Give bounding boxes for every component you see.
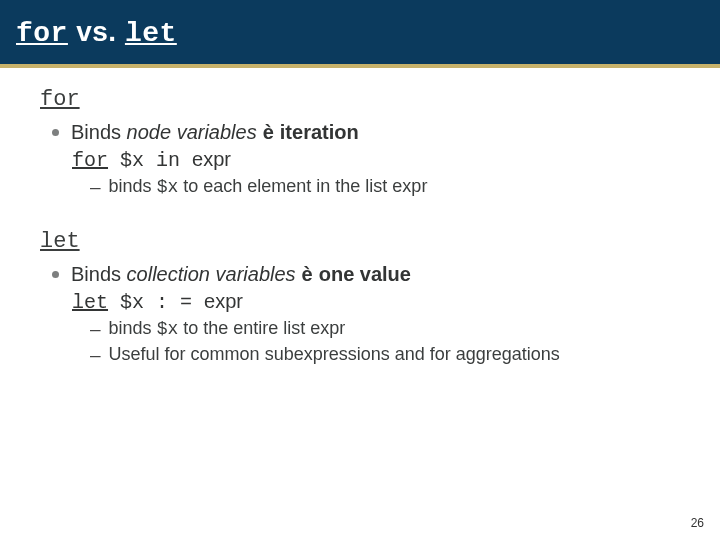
code-plain: expr (192, 148, 231, 170)
sub-mono: $x (157, 319, 179, 339)
slide: { "title": { "kw1": "for", "mid": " vs. … (0, 0, 720, 540)
dash-icon: – (90, 175, 101, 199)
code-mono: $x in (108, 149, 192, 172)
title-keyword-let: let (125, 18, 177, 49)
sub-pre: Useful for common subexpressions and for… (109, 344, 560, 364)
code-line: let $x : = expr (72, 289, 694, 315)
arrow-right-icon: è (302, 263, 313, 285)
sub-text: binds $x to each element in the list exp… (109, 175, 428, 199)
code-line: for $x in expr (72, 147, 694, 173)
sub-pre: binds (109, 318, 157, 338)
section-let: let Binds collection variablesèone value… (26, 228, 694, 366)
sub-bullet: – binds $x to the entire list expr (90, 317, 694, 341)
section-heading: let (40, 228, 694, 256)
bullet-text: Binds node variablesèiteration (71, 120, 359, 145)
bullet-text: Binds collection variablesèone value (71, 262, 411, 287)
sub-post: to the entire list expr (178, 318, 345, 338)
slide-content: for Binds node variablesèiteration for $… (0, 68, 720, 540)
bullet-prefix: Binds (71, 121, 127, 143)
bullet-prefix: Binds (71, 263, 127, 285)
title-bar: for vs. let (0, 0, 720, 68)
code-keyword: for (72, 149, 108, 172)
title-separator: vs. (68, 16, 125, 47)
bullet-row: Binds node variablesèiteration (52, 120, 694, 145)
slide-title: for vs. let (16, 16, 177, 49)
bullet-row: Binds collection variablesèone value (52, 262, 694, 287)
sub-bullet: – binds $x to each element in the list e… (90, 175, 694, 199)
sub-pre: binds (109, 176, 157, 196)
sub-post: to each element in the list expr (178, 176, 427, 196)
bullet-italic: node variables (127, 121, 257, 143)
code-plain: expr (204, 290, 243, 312)
section-for: for Binds node variablesèiteration for $… (26, 86, 694, 198)
bullet-italic: collection variables (127, 263, 296, 285)
bullet-bold: iteration (280, 121, 359, 143)
sub-text: binds $x to the entire list expr (109, 317, 346, 341)
section-heading: for (40, 86, 694, 114)
code-mono: $x : = (108, 291, 204, 314)
page-number: 26 (691, 516, 704, 530)
bullet-dot-icon (52, 271, 59, 278)
bullet-bold: one value (319, 263, 411, 285)
arrow-right-icon: è (263, 121, 274, 143)
sub-bullet: – Useful for common subexpressions and f… (90, 343, 694, 367)
title-keyword-for: for (16, 18, 68, 49)
sub-text: Useful for common subexpressions and for… (109, 343, 560, 367)
dash-icon: – (90, 343, 101, 367)
sub-mono: $x (157, 177, 179, 197)
bullet-dot-icon (52, 129, 59, 136)
code-keyword: let (72, 291, 108, 314)
dash-icon: – (90, 317, 101, 341)
